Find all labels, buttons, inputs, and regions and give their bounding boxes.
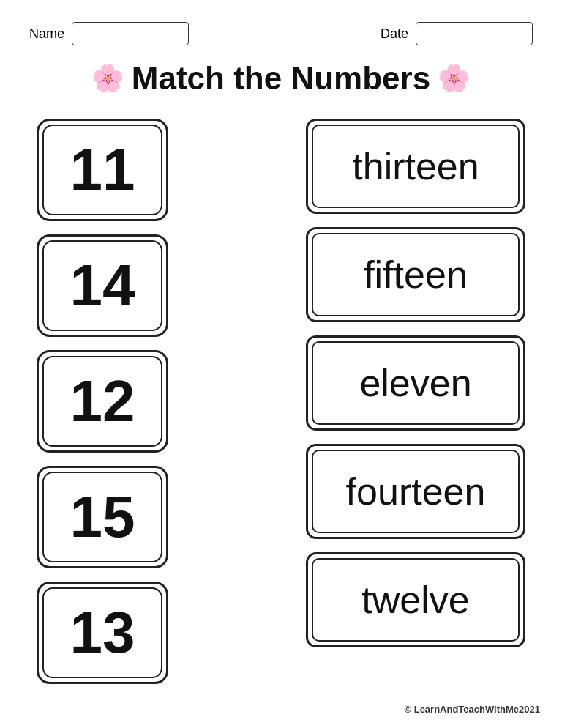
word-fifteen: fifteen <box>364 253 468 297</box>
flower-right-icon: 🌸 <box>438 63 471 94</box>
number-card-15: 15 <box>37 466 168 568</box>
flower-left-icon: 🌸 <box>91 63 124 94</box>
number-13: 13 <box>70 603 135 662</box>
numbers-column: 11 14 12 15 13 <box>29 119 274 684</box>
date-group: Date <box>381 22 533 45</box>
word-card-fifteen: fifteen <box>306 227 525 322</box>
word-thirteen: thirteen <box>352 144 479 188</box>
name-group: Name <box>29 22 189 45</box>
number-card-14: 14 <box>37 234 168 337</box>
header-row: Name Date <box>29 22 533 45</box>
date-input[interactable] <box>416 22 533 45</box>
name-label: Name <box>29 26 64 42</box>
number-card-12: 12 <box>37 350 168 453</box>
number-12: 12 <box>70 372 135 431</box>
main-content: 11 14 12 15 13 thirteen fifteen eleven f… <box>29 119 533 684</box>
word-card-fourteen: fourteen <box>306 444 525 539</box>
number-14: 14 <box>70 256 135 315</box>
name-input[interactable] <box>72 22 189 45</box>
number-15: 15 <box>70 488 135 546</box>
word-twelve: twelve <box>361 578 469 622</box>
number-11: 11 <box>70 141 135 199</box>
title-row: 🌸 Match the Numbers 🌸 <box>91 60 471 97</box>
words-column: thirteen fifteen eleven fourteen twelve <box>288 119 533 647</box>
word-card-eleven: eleven <box>306 335 525 431</box>
number-card-13: 13 <box>37 582 168 684</box>
footer-copyright: © LearnAndTeachWithMe2021 <box>405 704 541 715</box>
date-label: Date <box>381 26 408 42</box>
word-eleven: eleven <box>359 361 471 405</box>
word-fourteen: fourteen <box>346 469 486 513</box>
page-title: Match the Numbers <box>132 60 430 97</box>
number-card-11: 11 <box>37 119 168 221</box>
word-card-twelve: twelve <box>306 552 525 647</box>
word-card-thirteen: thirteen <box>306 119 525 214</box>
